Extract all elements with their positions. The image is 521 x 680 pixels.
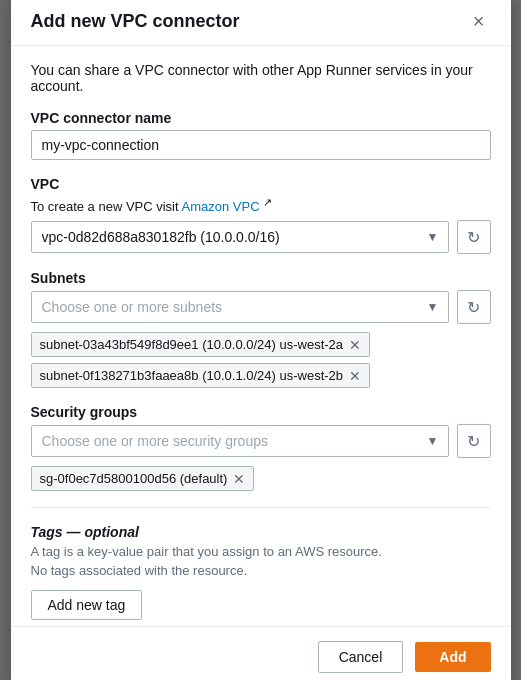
vpc-select-row: vpc-0d82d688a830182fb (10.0.0.0/16) ▼ ↻ bbox=[31, 220, 491, 254]
amazon-vpc-link[interactable]: Amazon VPC bbox=[182, 199, 260, 214]
no-tags-text: No tags associated with the resource. bbox=[31, 563, 491, 578]
subnets-tags-list: subnet-03a43bf549f8d9ee1 (10.0.0.0/24) u… bbox=[31, 332, 491, 388]
vpc-select[interactable]: vpc-0d82d688a830182fb (10.0.0.0/16) bbox=[31, 221, 449, 253]
add-new-tag-button[interactable]: Add new tag bbox=[31, 590, 143, 620]
vpc-connector-name-input[interactable] bbox=[31, 130, 491, 160]
security-groups-section: Security groups Choose one or more secur… bbox=[31, 404, 491, 491]
security-groups-select[interactable]: Choose one or more security groups bbox=[31, 425, 449, 457]
security-groups-label: Security groups bbox=[31, 404, 491, 420]
vpc-label: VPC bbox=[31, 176, 491, 192]
modal-title: Add new VPC connector bbox=[31, 11, 240, 32]
modal-header: Add new VPC connector × bbox=[11, 0, 511, 46]
modal-body: You can share a VPC connector with other… bbox=[11, 46, 511, 626]
cancel-button[interactable]: Cancel bbox=[318, 641, 404, 673]
vpc-connector-name-section: VPC connector name bbox=[31, 110, 491, 160]
subnets-refresh-button[interactable]: ↻ bbox=[457, 290, 491, 324]
remove-subnet-1-button[interactable]: ✕ bbox=[349, 338, 361, 352]
tags-optional-section: Tags — optional A tag is a key-value pai… bbox=[31, 524, 491, 626]
refresh-icon: ↻ bbox=[467, 228, 480, 247]
modal-footer: Cancel Add bbox=[11, 626, 511, 680]
security-groups-select-row: Choose one or more security groups ▼ ↻ bbox=[31, 424, 491, 458]
subnets-select-row: Choose one or more subnets ▼ ↻ bbox=[31, 290, 491, 324]
security-groups-tags-list: sg-0f0ec7d5800100d56 (default) ✕ bbox=[31, 466, 491, 491]
subnets-label: Subnets bbox=[31, 270, 491, 286]
vpc-select-wrapper: vpc-0d82d688a830182fb (10.0.0.0/16) ▼ bbox=[31, 221, 449, 253]
security-groups-select-wrapper: Choose one or more security groups ▼ bbox=[31, 425, 449, 457]
add-vpc-connector-modal: Add new VPC connector × You can share a … bbox=[11, 0, 511, 680]
list-item: subnet-0f138271b3faaea8b (10.0.1.0/24) u… bbox=[31, 363, 371, 388]
subnets-select-wrapper: Choose one or more subnets ▼ bbox=[31, 291, 449, 323]
remove-subnet-2-button[interactable]: ✕ bbox=[349, 369, 361, 383]
tags-optional-label: Tags — optional bbox=[31, 524, 491, 540]
section-divider bbox=[31, 507, 491, 508]
remove-security-group-1-button[interactable]: ✕ bbox=[233, 472, 245, 486]
add-button[interactable]: Add bbox=[415, 642, 490, 672]
subnet-tag-label-2: subnet-0f138271b3faaea8b (10.0.1.0/24) u… bbox=[40, 368, 344, 383]
refresh-icon: ↻ bbox=[467, 432, 480, 451]
modal-description: You can share a VPC connector with other… bbox=[31, 62, 491, 94]
refresh-icon: ↻ bbox=[467, 298, 480, 317]
tags-description: A tag is a key-value pair that you assig… bbox=[31, 544, 491, 559]
external-link-icon: ↗ bbox=[263, 196, 272, 208]
vpc-connector-name-label: VPC connector name bbox=[31, 110, 491, 126]
vpc-link-text: To create a new VPC visit Amazon VPC ↗ bbox=[31, 196, 491, 214]
vpc-section: VPC To create a new VPC visit Amazon VPC… bbox=[31, 176, 491, 254]
vpc-refresh-button[interactable]: ↻ bbox=[457, 220, 491, 254]
security-group-tag-label-1: sg-0f0ec7d5800100d56 (default) bbox=[40, 471, 228, 486]
subnets-select[interactable]: Choose one or more subnets bbox=[31, 291, 449, 323]
security-groups-refresh-button[interactable]: ↻ bbox=[457, 424, 491, 458]
modal-overlay[interactable]: Add new VPC connector × You can share a … bbox=[0, 0, 521, 680]
list-item: subnet-03a43bf549f8d9ee1 (10.0.0.0/24) u… bbox=[31, 332, 371, 357]
close-button[interactable]: × bbox=[467, 9, 491, 33]
subnet-tag-label-1: subnet-03a43bf549f8d9ee1 (10.0.0.0/24) u… bbox=[40, 337, 344, 352]
subnets-section: Subnets Choose one or more subnets ▼ ↻ s… bbox=[31, 270, 491, 388]
list-item: sg-0f0ec7d5800100d56 (default) ✕ bbox=[31, 466, 255, 491]
